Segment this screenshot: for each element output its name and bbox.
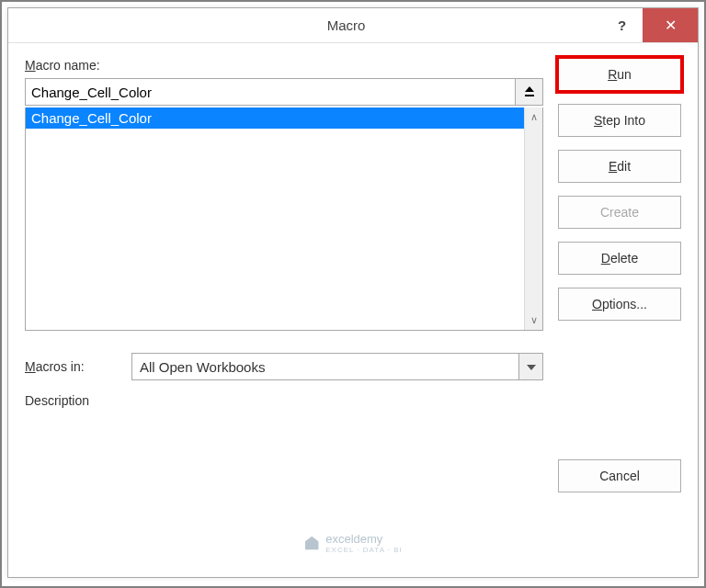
watermark-subtext: EXCEL · DATA · BI <box>325 546 403 554</box>
scroll-down-icon: ∨ <box>530 314 538 326</box>
macro-name-label: Macro name: <box>25 58 543 73</box>
edit-button[interactable]: Edit <box>558 150 681 183</box>
options-button[interactable]: Options... <box>558 288 681 321</box>
screenshot-frame: Macro ? ✕ Macro name: Chang <box>0 0 706 588</box>
scroll-up-icon: ∧ <box>530 111 538 123</box>
step-into-button[interactable]: Step Into <box>558 104 681 137</box>
watermark-icon <box>303 535 320 551</box>
watermark: exceldemy EXCEL · DATA · BI <box>303 532 403 554</box>
macros-in-combo[interactable]: All Open Workbooks <box>131 353 543 380</box>
macro-list-container: Change_Cell_Color ∧ ∨ <box>25 107 543 331</box>
dialog-body: Macro name: Change_Cell_Color ∧ <box>8 43 698 577</box>
list-item[interactable]: Change_Cell_Color <box>26 107 524 129</box>
close-button[interactable]: ✕ <box>643 8 698 42</box>
dialog-title: Macro <box>8 8 601 42</box>
combo-dropdown-button[interactable] <box>519 353 543 380</box>
macro-dialog: Macro ? ✕ Macro name: Chang <box>7 7 699 578</box>
reference-toggle-button[interactable] <box>516 78 543 106</box>
watermark-text: exceldemy <box>325 532 382 546</box>
macros-in-label: Macros in: <box>25 359 117 374</box>
macro-name-input[interactable] <box>25 78 516 106</box>
macro-list[interactable]: Change_Cell_Color <box>26 107 524 330</box>
create-button: Create <box>558 196 681 229</box>
chevron-down-icon <box>527 360 536 373</box>
delete-button[interactable]: Delete <box>558 242 681 275</box>
macros-in-value: All Open Workbooks <box>131 353 519 380</box>
description-label: Description <box>25 393 543 408</box>
titlebar-buttons: ? ✕ <box>601 8 698 42</box>
titlebar: Macro ? ✕ <box>8 8 698 43</box>
cancel-button[interactable]: Cancel <box>558 459 681 492</box>
svg-rect-0 <box>525 95 534 96</box>
arrow-up-icon <box>523 85 536 100</box>
run-button[interactable]: Run <box>558 58 681 91</box>
help-button[interactable]: ? <box>601 8 643 42</box>
scrollbar[interactable]: ∧ ∨ <box>524 107 542 330</box>
